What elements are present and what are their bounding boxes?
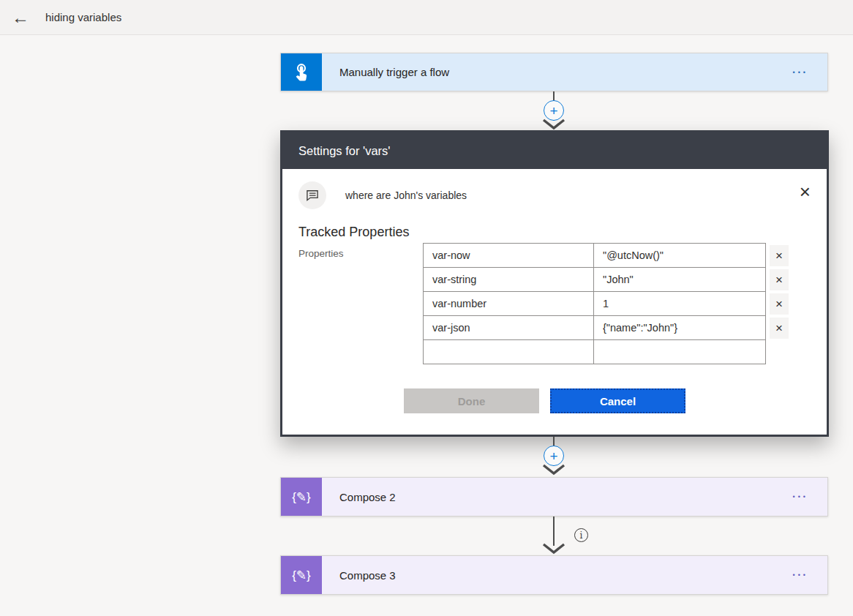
properties-label: Properties [298,248,344,259]
compose-braces-pencil-icon: {✎} [292,568,311,583]
comment-row: where are John's variables [298,181,467,209]
close-icon[interactable]: × [800,182,811,201]
compose-icon: {✎} [281,478,322,516]
dialog-header: Settings for 'vars' [282,132,827,169]
properties-table: × × × × [423,244,789,364]
compose-braces-pencil-icon: {✎} [292,489,311,505]
property-value-input[interactable] [593,315,766,340]
property-row-empty [423,339,789,364]
info-icon[interactable]: i [574,528,588,542]
trigger-card-title: Manually trigger a flow [339,66,449,78]
compose3-card-title: Compose 3 [339,569,396,582]
manual-trigger-icon [281,53,322,91]
property-name-input[interactable] [423,243,594,268]
delete-property-icon[interactable]: × [770,245,789,266]
delete-property-icon[interactable]: × [770,318,789,339]
connector-vars-to-compose2: + [538,437,570,476]
property-value-input[interactable] [593,339,766,364]
compose2-card[interactable]: {✎} Compose 2 ••• [280,477,828,517]
compose2-menu-icon[interactable]: ••• [793,493,808,500]
trigger-menu-icon[interactable]: ••• [793,69,808,76]
flow-title: hiding variables [45,11,121,23]
property-name-input[interactable] [423,267,594,292]
back-icon[interactable]: ← [12,9,29,26]
topbar: ← hiding variables [0,0,853,35]
comment-text: where are John's variables [345,189,467,201]
compose3-card[interactable]: {✎} Compose 3 ••• [280,555,828,595]
tracked-properties-heading: Tracked Properties [298,225,409,240]
settings-dialog: Settings for 'vars' × where are John's v… [280,130,829,437]
insert-step-plus-icon[interactable]: + [544,100,564,121]
flow-designer-canvas: ← hiding variables Manually trigger a fl… [0,0,853,616]
property-row: × [423,291,789,316]
connector-trigger-to-vars: + [538,91,570,130]
property-value-input[interactable] [593,267,766,292]
property-value-input[interactable] [593,243,766,268]
insert-step-plus-icon[interactable]: + [544,446,564,466]
touch-hand-icon [291,62,312,83]
property-row: × [423,267,789,292]
trigger-card[interactable]: Manually trigger a flow ••• [280,53,828,91]
cancel-button[interactable]: Cancel [550,388,685,413]
property-name-input[interactable] [423,339,594,364]
done-button[interactable]: Done [404,388,539,413]
property-row: × [423,243,789,268]
property-row: × [423,315,789,340]
comment-icon [298,181,326,209]
property-name-input[interactable] [423,315,594,340]
compose3-menu-icon[interactable]: ••• [793,571,808,579]
property-value-input[interactable] [593,291,766,316]
property-name-input[interactable] [423,291,594,316]
dialog-title: Settings for 'vars' [298,144,391,158]
delete-property-icon[interactable]: × [770,293,789,315]
compose-icon: {✎} [281,556,322,594]
delete-property-icon[interactable]: × [770,269,789,290]
compose2-card-title: Compose 2 [339,491,396,503]
connector-compose2-to-compose3 [538,517,570,555]
connector-line [553,517,555,546]
dialog-body: × where are John's variables Tracked Pro… [282,169,827,435]
arrowhead-icon [541,543,566,555]
